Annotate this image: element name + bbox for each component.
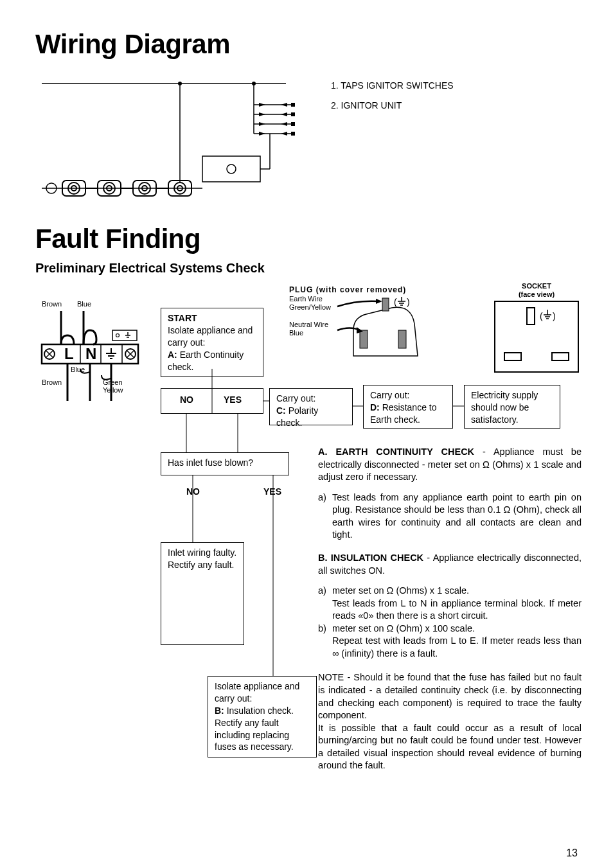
wiring-diagram-svg <box>35 76 299 211</box>
svg-marker-73 <box>376 299 382 304</box>
start-a-text: Earth Continuity check. <box>168 350 244 372</box>
svg-text:(: ( <box>394 297 397 307</box>
svg-rect-81 <box>495 301 578 372</box>
notes-block: A. EARTH CONTINUITY CHECK - Appliance mu… <box>318 446 582 780</box>
socket-sub: (face view) <box>498 290 575 298</box>
flow-box-c: Carry out: C: Polarity check. <box>269 388 353 425</box>
decision-box-1 <box>161 388 263 414</box>
heading-fault-finding: Fault Finding <box>35 224 578 254</box>
e-body: Electricity supply should now be satisfa… <box>471 390 538 425</box>
label-no-2: NO <box>186 486 200 497</box>
svg-rect-16 <box>291 112 295 116</box>
svg-marker-14 <box>281 132 287 136</box>
start-body1: Isolate appliance and carry out: <box>168 325 253 348</box>
flow-box-e: Electricity supply should now be satisfa… <box>464 385 560 429</box>
svg-rect-70 <box>382 298 389 311</box>
note-footer-2: It is possible that a fault could occur … <box>318 722 582 772</box>
label-no-1: NO <box>180 394 193 405</box>
tblock-brown-top: Brown <box>42 300 62 308</box>
flow-box-d: Carry out: D: Resistance to Earth check. <box>363 385 453 429</box>
svg-marker-8 <box>259 112 265 116</box>
d-label: D: <box>370 402 380 412</box>
wiring-legend: 1. TAPS IGNITOR SWITCHES 2. IGNITOR UNIT <box>331 76 454 211</box>
heading-wiring-diagram: Wiring Diagram <box>35 29 578 60</box>
svg-rect-17 <box>291 122 295 126</box>
wiring-diagram-row: 1. TAPS IGNITOR SWITCHES 2. IGNITOR UNIT <box>35 76 578 211</box>
socket-diagram: ( ) <box>492 298 582 375</box>
svg-point-20 <box>252 82 256 85</box>
plug-title: PLUG (with cover removed) <box>289 285 406 294</box>
note-b-a: meter set on Ω (Ohms) x 1 scale. Test le… <box>332 585 582 623</box>
svg-point-2 <box>178 82 182 85</box>
svg-text:L: L <box>64 345 74 362</box>
socket-title: SOCKET <box>498 282 575 290</box>
isolate-1: Isolate appliance and carry out: <box>215 681 299 704</box>
note-footer-1: NOTE - Should it be found that the fuse … <box>318 671 582 722</box>
isolate-b-label: B: <box>215 705 224 716</box>
tblock-brown-bottom: Brown <box>42 378 62 386</box>
plug-diagram: ( ) <box>331 295 440 366</box>
svg-text:(: ( <box>540 311 543 321</box>
label-yes-2: YES <box>263 486 281 497</box>
isolate-b-text: Insulation check. <box>224 705 294 716</box>
svg-point-63 <box>116 334 120 337</box>
svg-text:N: N <box>85 345 96 362</box>
flow-box-fuse: Has inlet fuse blown? <box>161 452 289 475</box>
label-yes-1: YES <box>224 394 242 405</box>
svg-rect-72 <box>398 330 406 348</box>
svg-marker-10 <box>259 132 265 136</box>
start-title: START <box>168 313 197 323</box>
plug-neutral-color: Blue <box>289 329 303 337</box>
d-body1: Carry out: <box>370 390 409 400</box>
note-a-list: a)Test leads from any appliance earth po… <box>318 492 582 542</box>
page-number: 13 <box>35 847 578 859</box>
svg-point-22 <box>227 164 236 173</box>
svg-marker-11 <box>281 103 287 107</box>
tblock-blue-top: Blue <box>77 300 91 308</box>
svg-rect-82 <box>527 308 535 324</box>
note-b-title: B. INSULATION CHECK <box>318 553 423 563</box>
legend-item-2: 2. IGNITOR UNIT <box>331 96 454 116</box>
note-b-list: a)meter set on Ω (Ohms) x 1 scale. Test … <box>318 585 582 660</box>
svg-rect-21 <box>202 156 260 182</box>
start-a-label: A: <box>168 350 177 360</box>
c-label: C: <box>276 405 286 416</box>
terminal-block-diagram: L N <box>35 305 151 414</box>
fuse-text: Has inlet fuse blown? <box>168 457 253 468</box>
c-body1: Carry out: <box>276 393 315 403</box>
d-text: Resistance to Earth check. <box>370 402 437 425</box>
plug-earth-color: Green/Yellow <box>289 303 331 311</box>
tblock-green-yellow: Green Yellow <box>103 378 123 394</box>
tblock-blue-bottom: Blue <box>71 366 85 373</box>
svg-rect-15 <box>291 103 295 107</box>
note-a-title: A. EARTH CONTINUITY CHECK <box>318 447 474 457</box>
note-b-b: meter set on Ω (Ohm) x 100 scale. Repeat… <box>332 623 582 660</box>
flowchart: L N Brown Blue Blue Brown Green Yellow <box>35 288 578 835</box>
isolate-3: Rectify any fault including replacing fu… <box>215 718 294 752</box>
subheading-preliminary: Preliminary Electrical Systems Check <box>35 261 578 276</box>
svg-rect-18 <box>291 132 295 136</box>
plug-neutral-wire: Neutral Wire <box>289 321 328 328</box>
flow-box-isolate: Isolate appliance and carry out: B: Insu… <box>208 676 317 757</box>
legend-item-1: 1. TAPS IGNITOR SWITCHES <box>331 76 454 96</box>
svg-marker-7 <box>259 103 265 107</box>
svg-rect-71 <box>360 330 368 348</box>
svg-rect-84 <box>552 353 569 360</box>
svg-marker-13 <box>281 122 287 126</box>
svg-rect-83 <box>504 353 521 360</box>
flow-box-start: START Isolate appliance and carry out: A… <box>161 308 263 377</box>
note-a-a: Test leads from any appliance earth poin… <box>332 492 582 542</box>
plug-earth-wire: Earth Wire <box>289 295 323 303</box>
svg-marker-9 <box>259 122 265 126</box>
svg-marker-12 <box>281 112 287 116</box>
svg-text:): ) <box>407 297 410 307</box>
flow-box-inlet: Inlet wiring faulty. Rectify any fault. <box>161 542 244 645</box>
svg-text:): ) <box>553 311 556 321</box>
